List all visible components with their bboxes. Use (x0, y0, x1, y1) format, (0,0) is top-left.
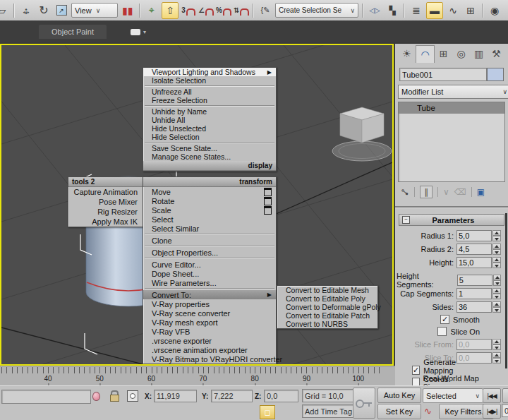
modifier-list-dropdown[interactable]: Modifier List ∨ (398, 85, 508, 99)
spinner-arrows[interactable] (493, 275, 501, 286)
menu-item[interactable]: Curve Editor... (143, 260, 276, 269)
select-and-scale-icon[interactable]: ↗ (54, 3, 69, 18)
menu-item[interactable]: Unhide by Name (143, 107, 276, 116)
parameter-value-field[interactable] (456, 301, 492, 313)
perspective-viewport[interactable]: Viewport Lighting and Shadows▶Isolate Se… (0, 44, 394, 366)
menu-item[interactable]: Freeze Selection (143, 96, 276, 104)
auto-key-button[interactable]: Auto Key (377, 388, 421, 403)
menu-item[interactable]: Convert to Editable Poly (277, 294, 377, 303)
y-coordinate-field[interactable]: 7,222 (211, 390, 253, 402)
tab-motion-icon[interactable]: ◎ (452, 45, 470, 62)
make-unique-icon[interactable]: ∨ (443, 187, 449, 197)
menu-item[interactable]: .vrscene animation exporter (143, 345, 276, 354)
spinner-arrows[interactable] (492, 288, 501, 299)
settings-box-icon[interactable] (264, 197, 272, 205)
align-icon[interactable]: ▚ (385, 3, 400, 18)
spinner-arrows[interactable] (492, 352, 501, 364)
menu-item[interactable]: Rig Resizer (68, 207, 143, 217)
tab-modify-icon[interactable]: ◠ (416, 45, 435, 63)
menu-item[interactable]: V-Ray VFB (143, 327, 276, 336)
parameter-value-field[interactable] (456, 288, 492, 299)
window-crossing-icon[interactable]: ▱ (0, 3, 10, 18)
pin-stack-icon[interactable]: ⊶ (399, 186, 411, 198)
snaps-toggle-icon[interactable]: 3 (181, 3, 196, 18)
material-editor-icon[interactable]: ◉ (487, 3, 502, 18)
named-selection-sets-dropdown[interactable]: Create Selection Se ∨ (275, 3, 358, 18)
angle-snap-icon[interactable]: ∠ (198, 3, 214, 18)
maxscript-mini-listener[interactable] (1, 390, 91, 404)
tab-create-icon[interactable]: ☀ (398, 45, 416, 62)
parameter-value-field[interactable] (457, 275, 492, 286)
viewcube[interactable] (332, 107, 392, 161)
object-color-swatch[interactable] (487, 68, 504, 81)
menu-item[interactable]: Object Properties... (143, 248, 276, 257)
go-to-start-button[interactable]: |◀◀ (483, 388, 501, 403)
key-mode-toggle-button[interactable]: |◀▶| (483, 404, 501, 419)
previous-frame-button[interactable]: ◀| (502, 388, 508, 403)
spinner-arrows[interactable] (492, 339, 501, 350)
use-pivot-point-center-icon[interactable]: ▮▮ (120, 3, 135, 18)
checkbox[interactable]: ✓ (440, 315, 449, 324)
edit-named-selection-sets-icon[interactable]: {✎ (258, 3, 273, 18)
menu-item[interactable]: Unfreeze All (143, 88, 276, 96)
menu-item[interactable]: Scale (143, 205, 276, 215)
checkbox[interactable] (437, 327, 447, 336)
menu-item[interactable]: Rotate (143, 196, 276, 205)
menu-item[interactable]: Dope Sheet... (143, 269, 276, 278)
settings-box-icon[interactable] (264, 188, 272, 196)
mirror-icon[interactable]: ◁▷ (367, 3, 382, 18)
select-and-manipulate-icon[interactable]: ⌖ (144, 3, 159, 18)
current-frame-field[interactable]: 0 (502, 404, 508, 417)
menu-item[interactable]: Manage Scene States... (143, 152, 276, 161)
panel-scrollbar[interactable] (505, 213, 507, 368)
show-end-result-icon[interactable]: ∥ (420, 186, 433, 198)
key-mode-dropdown[interactable]: Selected ∨ (423, 388, 483, 403)
menu-item[interactable]: V-Ray Bitmap to VRayHDRI converter (143, 354, 276, 364)
absolute-offset-mode-toggle-icon[interactable] (127, 390, 138, 402)
tab-object-paint[interactable]: Object Paint (39, 25, 107, 39)
menu-item[interactable]: Convert to Editable Mesh (277, 286, 377, 294)
ribbon-options-dropdown[interactable]: ▾ (131, 26, 155, 37)
spinner-arrows[interactable] (492, 257, 501, 268)
object-name-field[interactable]: Tube001 (399, 68, 487, 81)
settings-box-icon[interactable] (264, 206, 272, 215)
menu-item[interactable]: Capture Animation (68, 187, 143, 197)
isolate-selection-toggle-icon[interactable] (92, 392, 100, 401)
modifier-stack[interactable]: Tube (398, 102, 505, 182)
configure-modifier-sets-icon[interactable]: ▣ (477, 187, 485, 197)
menu-item[interactable]: Convert To:▶ (143, 290, 276, 299)
menu-item[interactable]: Convert to Deformable gPoly (277, 303, 377, 311)
menu-item[interactable]: Select Similar (143, 224, 276, 233)
tab-utilities-icon[interactable]: ⚒ (488, 45, 505, 62)
parameter-value-field[interactable] (456, 244, 492, 255)
z-coordinate-field[interactable]: 0,0 (264, 390, 298, 402)
menu-item[interactable]: Apply Max IK (68, 217, 143, 227)
x-coordinate-field[interactable]: 11,919 (154, 390, 197, 402)
default-in-out-tangent-icon[interactable]: ∿ (424, 406, 432, 416)
checkbox[interactable] (412, 378, 420, 385)
menu-item[interactable]: Hide Unselected (143, 124, 276, 133)
menu-item[interactable]: Hide Selection (143, 133, 276, 141)
layer-manager-icon[interactable]: ≣ (409, 3, 424, 18)
tab-hierarchy-icon[interactable]: ⊞ (435, 45, 452, 62)
spinner-arrows[interactable] (492, 244, 501, 255)
menu-item[interactable]: Unhide All (143, 116, 276, 124)
selection-lock-toggle-icon[interactable] (109, 390, 119, 402)
parameters-rollout-header[interactable]: − Parameters (399, 214, 504, 226)
checkbox[interactable]: ✓ (412, 366, 420, 375)
set-key-button[interactable]: Set Key (377, 404, 421, 419)
keyboard-shortcut-override-icon[interactable]: ⇧ (162, 2, 179, 19)
menu-item[interactable]: Save Scene State... (143, 144, 276, 152)
set-keys-button[interactable] (353, 388, 375, 419)
spinner-arrows[interactable] (492, 230, 501, 241)
menu-item[interactable]: V-Ray mesh export (143, 318, 276, 327)
menu-item[interactable]: Wire Parameters... (143, 278, 276, 287)
modifier-stack-item[interactable]: Tube (399, 102, 504, 114)
menu-item[interactable]: Move (143, 187, 276, 196)
adaptive-degradation-toggle-icon[interactable]: ◻ (260, 405, 275, 419)
schematic-view-icon[interactable]: ⊞ (463, 3, 478, 18)
menu-item[interactable]: .vrscene exporter (143, 336, 276, 345)
percent-snap-icon[interactable]: % (216, 3, 231, 18)
parameter-value-field[interactable] (456, 257, 492, 268)
menu-item[interactable]: Convert to NURBS (277, 320, 377, 328)
